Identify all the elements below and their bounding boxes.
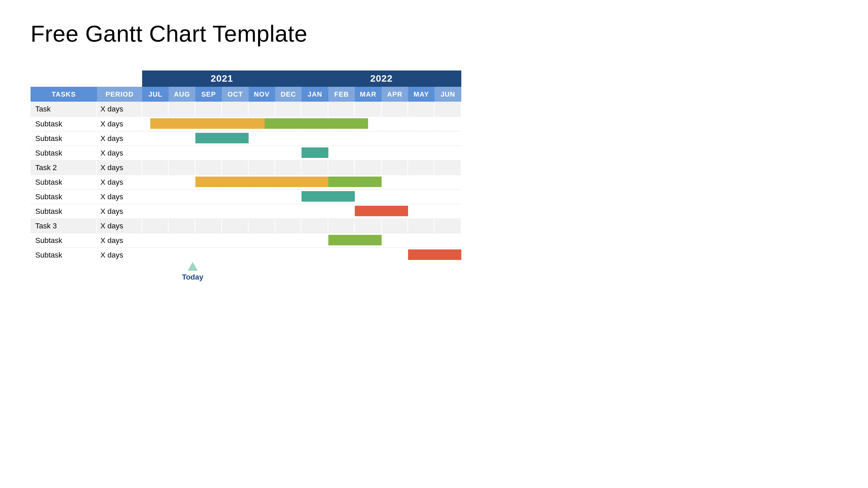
task-period: X days [97,189,142,204]
timeline-cell [249,247,275,262]
timeline [142,247,461,262]
gantt-row: SubtaskX days [31,233,461,247]
timeline [142,218,461,233]
timeline-cell [142,204,169,218]
timeline-cell [302,218,328,233]
month-cell: SEP [195,87,222,102]
timeline-cell [142,145,169,160]
timeline-cell [222,218,248,233]
timeline-cell [355,247,381,262]
timeline-cell [275,189,302,204]
timeline-cell [249,189,275,204]
timeline-cell [382,247,408,262]
task-period: X days [97,145,142,160]
timeline-cell [275,218,302,233]
task-period: X days [97,175,142,189]
timeline-cell [142,175,169,189]
month-cell: NOV [249,87,275,102]
page-title: Free Gantt Chart Template [31,20,837,47]
header-tasks: TASKS [31,87,97,102]
timeline-cell [169,204,195,218]
gantt-chart: 20212022 TASKS PERIOD JULAUGSEPOCTNOVDEC… [31,70,461,286]
gantt-bar [355,206,408,216]
month-cell: FEB [328,87,355,102]
timeline-cell [275,233,302,247]
month-cell: JUL [142,87,169,102]
timeline-cell [249,131,275,145]
task-period: X days [97,247,142,262]
timeline-cell [195,189,222,204]
task-name: Subtask [31,145,97,160]
gantt-row: SubtaskX days [31,145,461,160]
task-period: X days [97,218,142,233]
timeline-cell [382,189,408,204]
gantt-row: SubtaskX days [31,189,461,204]
timeline-cell [275,160,302,175]
timeline-cell [355,131,381,145]
timeline-cell [435,160,461,175]
gantt-row: SubtaskX days [31,116,461,131]
today-label: Today [179,273,206,282]
header-period: PERIOD [97,87,142,102]
timeline-cell [355,160,381,175]
month-cell: JUN [435,87,461,102]
gantt-bar [195,133,249,143]
timeline-cell [302,160,328,175]
task-name: Subtask [31,131,97,145]
timeline-cell [435,204,461,218]
timeline-cell [169,189,195,204]
timeline-cell [382,131,408,145]
timeline [142,175,461,189]
timeline-cell [302,204,328,218]
timeline-cell [302,102,328,116]
timeline-cell [435,189,461,204]
gantt-bar [150,118,265,129]
timeline-cell [222,233,248,247]
header-spacer [31,70,142,87]
gantt-bar [195,177,328,187]
gantt-body: TaskX daysSubtaskX daysSubtaskX daysSubt… [31,102,461,262]
timeline-cell [169,247,195,262]
timeline-cell [408,218,435,233]
timeline-cell [169,233,195,247]
task-name: Subtask [31,204,97,218]
timeline-cell [222,145,248,160]
task-name: Task 2 [31,160,97,175]
timeline-cell [355,102,381,116]
task-period: X days [97,233,142,247]
timeline-cell [195,102,222,116]
timeline-cell [169,145,195,160]
timeline [142,116,461,131]
timeline-cell [249,102,275,116]
timeline-cell [408,102,435,116]
task-period: X days [97,204,142,218]
timeline-cell [435,218,461,233]
timeline-cell [328,102,355,116]
timeline-cell [408,175,435,189]
timeline-cell [408,160,435,175]
gantt-group-row: Task 3X days [31,218,461,233]
timeline-cell [328,247,355,262]
month-cell: JAN [302,87,328,102]
timeline-cell [328,131,355,145]
timeline-cell [142,189,169,204]
timeline-cell [435,145,461,160]
timeline-cell [408,189,435,204]
month-cell: MAY [408,87,435,102]
timeline-cell [249,218,275,233]
month-cell: MAR [355,87,381,102]
timeline-cell [249,145,275,160]
timeline-cell [302,247,328,262]
timeline-cell [169,102,195,116]
timeline-cell [408,233,435,247]
timeline-cell [435,102,461,116]
timeline [142,189,461,204]
timeline-cell [328,218,355,233]
timeline-cell [249,204,275,218]
timeline [142,145,461,160]
gantt-row: SubtaskX days [31,175,461,189]
timeline-cell [195,233,222,247]
gantt-bar [328,235,382,245]
gantt-row: SubtaskX days [31,131,461,145]
today-marker-row: Today [31,262,461,286]
